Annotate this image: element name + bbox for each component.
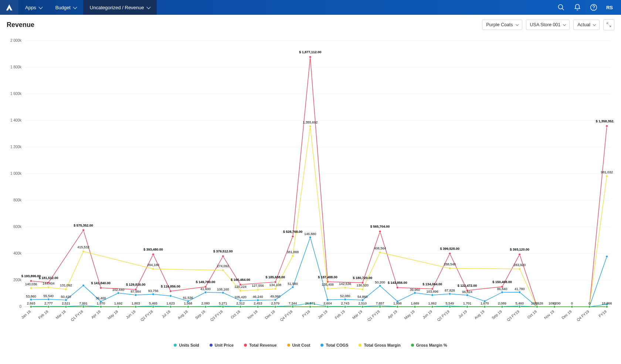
- svg-text:2,089: 2,089: [498, 302, 506, 305]
- svg-point-162: [135, 294, 137, 296]
- svg-text:103,896: 103,896: [426, 290, 438, 293]
- legend-item-cost[interactable]: Unit Cost: [287, 343, 310, 347]
- svg-text:Aug 18: Aug 18: [177, 309, 189, 320]
- svg-point-101: [170, 290, 172, 292]
- svg-text:2,743: 2,743: [341, 302, 349, 305]
- svg-text:Jan 19: Jan 19: [317, 309, 328, 320]
- svg-text:$ 143,856.00: $ 143,856.00: [388, 281, 407, 285]
- legend-item-revenue[interactable]: Total Revenue: [244, 343, 276, 347]
- user-avatar[interactable]: RS: [606, 5, 613, 10]
- svg-text:127,556: 127,556: [252, 284, 264, 288]
- svg-text:7,857: 7,857: [376, 302, 384, 305]
- svg-text:0: 0: [536, 302, 538, 305]
- svg-text:Sep 18: Sep 18: [194, 309, 206, 320]
- svg-text:1,701: 1,701: [463, 302, 472, 305]
- svg-text:288,548: 288,548: [444, 262, 456, 266]
- svg-point-191: [47, 286, 50, 289]
- revenue-chart: 0200k400k600k800k1 000k1 200k1 400k1 600…: [7, 33, 614, 340]
- svg-point-156: [30, 299, 32, 301]
- svg-point-242: [553, 306, 556, 308]
- svg-text:Jul 19: Jul 19: [458, 309, 468, 319]
- svg-point-198: [274, 288, 276, 290]
- svg-text:$ 166,464.00: $ 166,464.00: [231, 278, 250, 282]
- svg-point-200: [309, 125, 311, 127]
- svg-text:2,693: 2,693: [27, 302, 35, 305]
- svg-text:May 19: May 19: [404, 309, 416, 320]
- svg-text:93,756: 93,756: [148, 289, 159, 293]
- svg-text:51,580: 51,580: [288, 282, 298, 286]
- svg-text:Q4 FY19: Q4 FY19: [576, 309, 590, 322]
- svg-point-196: [239, 290, 241, 292]
- collapse-icon[interactable]: [603, 19, 614, 30]
- svg-point-203: [362, 288, 364, 290]
- legend-item-units[interactable]: Units Sold: [174, 343, 199, 347]
- svg-point-197: [257, 289, 259, 291]
- chevron-down-icon: [515, 23, 518, 25]
- svg-text:0: 0: [588, 302, 590, 305]
- svg-text:Mar 19: Mar 19: [352, 309, 363, 320]
- svg-text:2,080: 2,080: [201, 302, 210, 305]
- filter-store[interactable]: USA Store 001: [526, 20, 570, 30]
- svg-text:5,465: 5,465: [149, 302, 157, 305]
- svg-text:5,549: 5,549: [446, 302, 454, 305]
- svg-text:0: 0: [554, 302, 556, 305]
- svg-point-233: [396, 306, 398, 308]
- svg-text:1 400k: 1 400k: [10, 118, 22, 122]
- svg-point-171: [292, 286, 294, 288]
- filter-scenario[interactable]: Actual: [573, 20, 600, 30]
- svg-text:0: 0: [571, 302, 573, 305]
- svg-point-172: [309, 236, 311, 238]
- svg-text:800k: 800k: [13, 198, 22, 202]
- svg-point-181: [466, 294, 468, 296]
- svg-point-158: [65, 299, 67, 301]
- svg-point-215: [82, 306, 85, 308]
- logo[interactable]: [0, 0, 18, 15]
- svg-text:108,160: 108,160: [217, 288, 229, 291]
- svg-point-100: [152, 253, 154, 255]
- help-icon[interactable]: [590, 4, 597, 11]
- svg-text:$ 379,512.00: $ 379,512.00: [213, 249, 233, 253]
- search-icon[interactable]: [557, 4, 565, 11]
- nav-apps[interactable]: Apps: [18, 0, 49, 15]
- svg-point-217: [117, 306, 119, 308]
- nav-budget[interactable]: Budget: [49, 0, 83, 15]
- svg-text:54,860: 54,860: [357, 295, 368, 299]
- svg-text:2,453: 2,453: [254, 302, 262, 305]
- svg-text:50,420: 50,420: [61, 295, 71, 299]
- svg-point-174: [344, 298, 346, 300]
- svg-point-111: [396, 286, 398, 289]
- svg-text:144,404: 144,404: [43, 282, 55, 285]
- svg-point-167: [222, 292, 224, 294]
- svg-text:FY19: FY19: [598, 309, 608, 318]
- svg-text:18,866: 18,866: [602, 302, 612, 305]
- svg-text:26,071: 26,071: [305, 302, 315, 305]
- top-nav: Apps Budget Uncategorized / Revenue RS: [0, 0, 621, 15]
- svg-text:$ 134,064.00: $ 134,064.00: [423, 282, 442, 286]
- svg-text:415,532: 415,532: [77, 245, 89, 249]
- svg-point-227: [292, 306, 294, 308]
- svg-text:Oct 18: Oct 18: [230, 309, 241, 320]
- svg-point-95: [30, 280, 32, 282]
- svg-text:Q3 FY18: Q3 FY18: [210, 309, 224, 322]
- svg-text:0: 0: [19, 305, 21, 309]
- legend-item-cogs[interactable]: Total COGS: [320, 343, 348, 347]
- svg-text:39,400: 39,400: [96, 296, 106, 300]
- filter-product[interactable]: Purple Coats: [482, 20, 522, 30]
- svg-text:46,240: 46,240: [253, 295, 263, 299]
- svg-point-192: [65, 288, 67, 290]
- svg-text:$ 1,877,112.00: $ 1,877,112.00: [299, 50, 321, 54]
- svg-text:$ 185,688.00: $ 185,688.00: [266, 275, 285, 279]
- svg-text:96,824: 96,824: [462, 290, 472, 294]
- svg-text:105,420: 105,420: [234, 295, 247, 299]
- svg-text:$ 575,352.00: $ 575,352.00: [74, 224, 93, 227]
- legend-item-margin[interactable]: Total Gross Margin: [359, 343, 400, 347]
- svg-text:$ 180,720.00: $ 180,720.00: [353, 276, 373, 280]
- svg-text:2,579: 2,579: [271, 302, 280, 305]
- nav-crumb[interactable]: Uncategorized / Revenue: [83, 0, 157, 15]
- legend-item-price[interactable]: Unit Price: [210, 343, 234, 347]
- bell-icon[interactable]: [574, 4, 581, 11]
- page-title: Revenue: [7, 21, 34, 29]
- legend-item-pct[interactable]: Gross Margin %: [411, 343, 447, 347]
- svg-text:55,540: 55,540: [43, 294, 54, 298]
- svg-text:Jul 18: Jul 18: [161, 309, 171, 319]
